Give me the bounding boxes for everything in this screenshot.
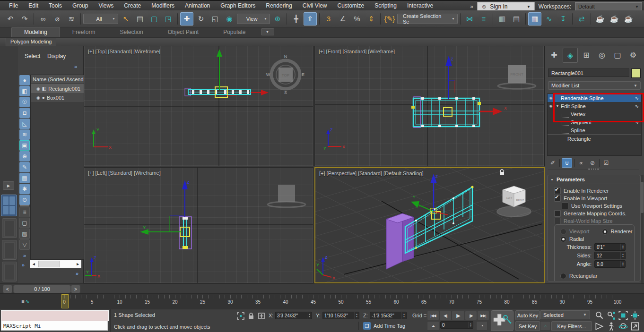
selection-filter-combo[interactable]: All ▼ [83, 14, 118, 24]
display-helpers-filter-icon[interactable]: ◺ [19, 119, 30, 129]
reference-coordinate-combo[interactable]: View ▼ [237, 14, 270, 24]
visibility-eye-icon[interactable]: ◉ [36, 95, 40, 100]
maxscript-mini-listener[interactable]: MAXScript Mi [1, 321, 108, 331]
toggle-scene-explorer-icon[interactable]: ▥ [496, 12, 509, 26]
zoom-all-icon[interactable] [606, 310, 617, 321]
spinner-field[interactable]: 12 ▲▼ [594, 252, 626, 259]
selection-region-icon[interactable]: ▢ [148, 12, 161, 26]
parameters-rollout-header[interactable]: ▼ Parameters [548, 175, 640, 184]
display-none-filter-icon[interactable]: ● [19, 75, 30, 85]
tab-modeling[interactable]: Modeling [11, 27, 60, 37]
create-tab[interactable]: ✚ [547, 48, 561, 62]
spinner-arrows[interactable]: ▲▼ [307, 312, 312, 319]
explorer-view-list-icon[interactable]: ≡ [19, 207, 30, 217]
time-slider-bar[interactable]: < 0 / 100 > [0, 283, 644, 294]
row-rectangle001[interactable]: ◉ ◧ Rectangle001 [31, 84, 84, 93]
modifier-visibility-icon[interactable]: ◉ [548, 104, 554, 108]
lock-selection-icon[interactable] [247, 312, 255, 320]
modify-tab[interactable]: ◈ [563, 48, 578, 63]
object-name-field[interactable]: Rectangle001 [548, 68, 629, 77]
use-viewport-settings-checkbox[interactable]: Use Viewport Settings [562, 202, 640, 210]
curve-editor-icon[interactable]: ∿ [542, 12, 556, 26]
radial-radio[interactable]: Radial [560, 235, 634, 243]
display-containers-filter-icon[interactable]: ▤ [19, 173, 30, 183]
rendered-frame-window-icon[interactable]: ☕ [608, 12, 621, 26]
named-selection-combo[interactable]: Create Selection Se ▼ [397, 14, 458, 24]
utilities-tab[interactable]: ⚙ [626, 48, 640, 62]
absolute-offset-mode-icon[interactable] [257, 312, 266, 320]
explorer-expand-arrow[interactable]: ▶ [3, 181, 14, 190]
polygon-modeling-panel-button[interactable]: Polygon Modeling [6, 38, 56, 46]
redo-icon[interactable]: ↷ [18, 12, 31, 26]
explorer-select-menu[interactable]: Select [25, 53, 40, 60]
generate-mapping-coords-checkbox[interactable]: Generate Mapping Coords. [554, 210, 640, 217]
menu-item[interactable]: Customize [332, 1, 370, 10]
ribbon-toggle-icon[interactable]: ▦ [528, 12, 541, 26]
display-shapes-filter-icon[interactable]: ◧ [19, 86, 30, 96]
workspace-dropdown[interactable]: Default ▼ [575, 2, 642, 11]
checkbox[interactable] [562, 203, 568, 209]
go-to-end-button[interactable]: ▶▶| [477, 311, 489, 320]
scroll-thumb[interactable] [641, 182, 644, 213]
display-spacewarps-filter-icon[interactable]: ≋ [19, 129, 30, 140]
select-object-icon[interactable]: ↖ [119, 12, 132, 26]
keyboard-override-icon[interactable]: ⇧ [304, 12, 317, 26]
menu-item[interactable]: Views [93, 1, 119, 10]
tab-object-paint[interactable]: Object Paint [156, 27, 211, 37]
modifier-list-dropdown[interactable]: Modifier List ▼ [548, 81, 641, 90]
edit-named-selection-sets-icon[interactable]: {✎} [383, 12, 396, 26]
y-coordinate-field[interactable]: 1'10 15/32" ▲▼ [322, 312, 359, 319]
align-icon[interactable]: ≡ [477, 12, 490, 26]
set-keys-button[interactable] [491, 310, 513, 331]
zoom-icon[interactable] [594, 310, 605, 321]
previous-frame-button[interactable]: < [3, 285, 12, 293]
spinner-arrows[interactable]: ▲▼ [354, 312, 359, 319]
time-configuration-button[interactable]: ◔ [476, 321, 487, 331]
viewport-layout-tab[interactable] [2, 240, 17, 260]
zoom-extents-icon[interactable] [618, 310, 629, 321]
stack-spline[interactable]: Spline [548, 126, 641, 134]
menu-item[interactable]: Tools [44, 1, 67, 10]
tab-populate[interactable]: Populate [211, 27, 258, 37]
display-particles-filter-icon[interactable]: ✱ [19, 184, 30, 194]
x-coordinate-field[interactable]: 3'3 24/32" ▲▼ [275, 312, 312, 319]
key-filters-button[interactable]: Key Filters... [551, 321, 592, 331]
maximize-viewport-icon[interactable] [629, 321, 641, 332]
render-production-icon[interactable]: ☕ [622, 12, 635, 26]
display-bones-filter-icon[interactable]: ✎ [19, 162, 30, 172]
schematic-view-icon[interactable]: ⇄ [575, 12, 588, 26]
toolbar-overflow-chevron[interactable]: » [470, 3, 473, 10]
select-by-name-icon[interactable]: ▤ [133, 12, 147, 26]
viewport-perspective[interactable]: Z Y LEFT FRONT Z Y X [+] [Perspective] [… [314, 167, 545, 283]
menu-item[interactable]: Interactive [402, 1, 438, 10]
menu-item[interactable]: Modifiers [146, 1, 180, 10]
viewport-left-label[interactable]: [+] [Left] [Standard] [Wireframe] [88, 170, 161, 176]
dope-sheet-icon[interactable]: ↧ [557, 12, 570, 26]
display-xrefs-filter-icon[interactable]: ⊕ [19, 151, 30, 162]
spinner-arrows[interactable]: ▲▼ [401, 312, 406, 319]
viewport-radio[interactable]: Viewport [560, 228, 590, 235]
spinner-arrows[interactable]: ▲▼ [620, 244, 625, 250]
menu-item[interactable]: Civil View [297, 1, 332, 10]
sign-in-button[interactable]: ☺ Sign In ▼ [477, 2, 535, 11]
unlink-selection-icon[interactable]: ⌀ [51, 12, 64, 26]
select-and-move-icon[interactable]: ✚ [180, 12, 193, 26]
menu-item[interactable]: Edit [23, 1, 44, 10]
menu-item[interactable]: Scripting [369, 1, 402, 10]
viewport-top-label[interactable]: [+] [Top] [Standard] [Wireframe] [88, 49, 160, 54]
explorer-chevron[interactable]: » [22, 262, 25, 268]
use-pivot-center-icon[interactable]: ⊕ [271, 12, 284, 26]
viewport-front[interactable]: Z X FRONT Z X Y [+] [Front] [Standard] [… [314, 46, 545, 166]
make-unique-icon[interactable]: ∝ [576, 159, 586, 167]
renderer-radio[interactable]: Renderer [602, 228, 633, 235]
stack-edit-spline[interactable]: ◉ ▼ Edit Spline ∿ [548, 102, 641, 110]
select-and-place-icon[interactable]: ◉ [223, 12, 236, 26]
display-cameras-filter-icon[interactable]: ◘ [19, 108, 30, 118]
viewport-front-label[interactable]: [+] [Front] [Standard] [Wireframe] [319, 49, 395, 54]
previous-frame-button[interactable]: ◀|| [439, 311, 452, 320]
stack-rectangle[interactable]: Rectangle [548, 134, 641, 143]
set-key-button[interactable]: Set Key [515, 321, 540, 331]
auto-key-button[interactable]: Auto Key [515, 310, 540, 320]
configure-modifier-sets-icon[interactable]: ☑ [601, 159, 611, 167]
z-coordinate-field[interactable]: -1'3 15/32" ▲▼ [370, 312, 407, 319]
